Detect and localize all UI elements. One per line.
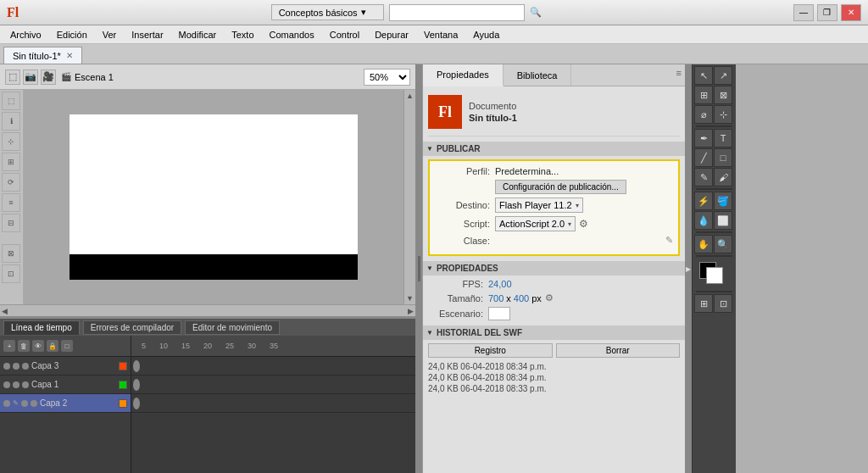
height-value[interactable]: 400 bbox=[514, 293, 529, 303]
zoom-select[interactable]: 50% 25% 100% bbox=[364, 69, 410, 86]
document-tab[interactable]: Sin título-1* ✕ bbox=[3, 47, 82, 64]
toolbox-divider bbox=[696, 125, 732, 127]
vertical-divider[interactable] bbox=[415, 64, 422, 473]
size-gear-icon[interactable]: ⚙ bbox=[545, 292, 554, 303]
line-tool[interactable]: ╱ bbox=[694, 148, 713, 167]
scroll-down-icon[interactable]: ▼ bbox=[404, 292, 415, 304]
snap-tool[interactable]: ⊞ bbox=[694, 294, 713, 313]
propiedades-section-header[interactable]: ▼ PROPIEDADES bbox=[423, 261, 685, 275]
zoom-tool[interactable]: 🔍 bbox=[714, 235, 732, 253]
script-gear-icon[interactable]: ⚙ bbox=[579, 218, 588, 230]
delete-layer-icon[interactable]: 🗑 bbox=[18, 340, 30, 352]
width-value[interactable]: 700 bbox=[488, 293, 504, 303]
horizontal-scrollbar[interactable]: ◀ ▶ bbox=[0, 304, 415, 316]
side-tool-6[interactable]: ≡ bbox=[2, 193, 20, 212]
destino-dropdown[interactable]: Flash Player 11.2 ▾ bbox=[495, 198, 583, 213]
perfil-label: Perfil: bbox=[435, 166, 490, 176]
historial-section-header[interactable]: ▼ HISTORIAL DEL SWF bbox=[423, 326, 685, 340]
stage-icon-red[interactable]: 🎥 bbox=[41, 70, 56, 85]
menu-control[interactable]: Control bbox=[323, 28, 366, 42]
magic-wand-tool[interactable]: ⊹ bbox=[714, 105, 732, 124]
fill-color-swatch[interactable] bbox=[706, 267, 723, 284]
side-tool-2[interactable]: ℹ bbox=[2, 112, 20, 131]
rect-tool[interactable]: □ bbox=[714, 148, 732, 167]
pencil-tool[interactable]: ✎ bbox=[694, 168, 713, 186]
layer-lock-icon[interactable]: 🔒 bbox=[47, 340, 58, 352]
layer-row-capa2[interactable]: ✎ Capa 2 bbox=[0, 394, 131, 413]
text-tool[interactable]: T bbox=[714, 129, 732, 147]
concepts-dropdown[interactable]: Conceptos básicos ▾ bbox=[271, 4, 384, 20]
side-tool-8[interactable]: ⊠ bbox=[2, 244, 20, 263]
menu-insertar[interactable]: Insertar bbox=[125, 28, 170, 42]
side-tool-3[interactable]: ⊹ bbox=[2, 132, 20, 151]
brush-tool[interactable]: 🖌 bbox=[714, 168, 732, 186]
registro-button[interactable]: Registro bbox=[428, 343, 553, 358]
layer-square-icon[interactable]: □ bbox=[61, 340, 73, 352]
menu-edicion[interactable]: Edición bbox=[50, 28, 94, 42]
hand-tool[interactable]: ✋ bbox=[694, 235, 713, 253]
side-tool-4[interactable]: ⊞ bbox=[2, 153, 20, 171]
historial-section-label: HISTORIAL DEL SWF bbox=[437, 328, 522, 337]
menu-ayuda[interactable]: Ayuda bbox=[466, 28, 506, 42]
scroll-up-icon[interactable]: ▲ bbox=[404, 90, 415, 102]
perfil-value: Predetermina... bbox=[495, 166, 559, 176]
escenario-color-swatch[interactable] bbox=[488, 307, 510, 320]
side-tool-9[interactable]: ⊡ bbox=[2, 264, 20, 283]
tool-row-3: ⌀ ⊹ bbox=[694, 105, 734, 124]
borrar-button[interactable]: Borrar bbox=[556, 343, 681, 358]
tab-timeline[interactable]: Línea de tiempo bbox=[3, 320, 80, 335]
select-tool[interactable]: ↖ bbox=[694, 66, 713, 85]
tab-close-icon[interactable]: ✕ bbox=[66, 51, 73, 60]
scroll-right-icon[interactable]: ▶ bbox=[406, 305, 415, 317]
stage-icon-1[interactable]: ⬚ bbox=[5, 70, 20, 85]
menu-depurar[interactable]: Depurar bbox=[368, 28, 415, 42]
vertical-scrollbar[interactable]: ▲ ▼ bbox=[403, 90, 415, 304]
right-collapse-handle[interactable]: ▶ bbox=[685, 64, 692, 473]
menu-archivo[interactable]: Archivo bbox=[3, 28, 48, 42]
titlebar-center: Conceptos básicos ▾ 🔍 bbox=[271, 4, 542, 21]
close-button[interactable]: ✕ bbox=[841, 4, 861, 21]
maximize-button[interactable]: ❐ bbox=[817, 4, 837, 21]
side-tool-1[interactable]: ⬚ bbox=[2, 92, 20, 110]
snap-align-tool[interactable]: ⊡ bbox=[714, 294, 732, 313]
menu-ver[interactable]: Ver bbox=[96, 28, 124, 42]
eraser-tool[interactable]: ⬜ bbox=[714, 211, 732, 230]
publish-config-button[interactable]: Configuración de publicación... bbox=[495, 180, 626, 194]
minimize-button[interactable]: — bbox=[793, 4, 814, 21]
lasso-tool[interactable]: ⌀ bbox=[694, 105, 713, 124]
menu-ventana[interactable]: Ventana bbox=[417, 28, 465, 42]
panel-menu-icon[interactable]: ≡ bbox=[673, 64, 685, 86]
menu-modificar[interactable]: Modificar bbox=[172, 28, 224, 42]
side-tool-7[interactable]: ⊟ bbox=[2, 214, 20, 232]
layer-row-capa3[interactable]: Capa 3 bbox=[0, 357, 131, 376]
clase-pencil-icon[interactable]: ✎ bbox=[665, 235, 673, 246]
tabs-spacer bbox=[571, 64, 672, 86]
tab-motion-editor[interactable]: Editor de movimiento bbox=[185, 320, 280, 335]
stage-icon-camera[interactable]: 📷 bbox=[23, 70, 38, 85]
layer-eye-icon[interactable]: 👁 bbox=[32, 340, 44, 352]
tab-compiler-errors[interactable]: Errores de compilador bbox=[83, 320, 181, 335]
fps-value[interactable]: 24,00 bbox=[488, 279, 512, 289]
script-dropdown[interactable]: ActionScript 2.0 ▾ bbox=[495, 216, 576, 231]
new-layer-icon[interactable]: + bbox=[3, 340, 15, 352]
layer-row-capa1[interactable]: Capa 1 bbox=[0, 376, 131, 394]
free-transform-tool[interactable]: ⊞ bbox=[694, 86, 713, 104]
scene-icon: 🎬 bbox=[61, 72, 71, 81]
pen-tool[interactable]: ✒ bbox=[694, 129, 713, 147]
eyedropper-tool[interactable]: 💧 bbox=[694, 211, 713, 230]
scroll-left-icon[interactable]: ◀ bbox=[0, 305, 9, 317]
ruler-25: 25 bbox=[219, 342, 241, 350]
stage-toolbar: ⬚ 📷 🎥 🎬 Escena 1 50% 25% 100% bbox=[0, 64, 415, 90]
tab-library[interactable]: Biblioteca bbox=[504, 64, 572, 86]
subselect-tool[interactable]: ↗ bbox=[714, 66, 732, 85]
menu-texto[interactable]: Texto bbox=[225, 28, 260, 42]
bone-tool[interactable]: ⚡ bbox=[694, 192, 713, 210]
search-input[interactable] bbox=[389, 4, 525, 21]
side-tool-5[interactable]: ⟳ bbox=[2, 173, 20, 192]
layer-name-capa3: Capa 3 bbox=[31, 361, 116, 370]
menu-comandos[interactable]: Comandos bbox=[263, 28, 321, 42]
paint-bucket-tool[interactable]: 🪣 bbox=[714, 192, 732, 210]
gradient-transform-tool[interactable]: ⊠ bbox=[714, 86, 732, 104]
tab-properties[interactable]: Propiedades bbox=[423, 64, 504, 86]
publish-section-header[interactable]: ▼ PUBLICAR bbox=[423, 142, 685, 156]
